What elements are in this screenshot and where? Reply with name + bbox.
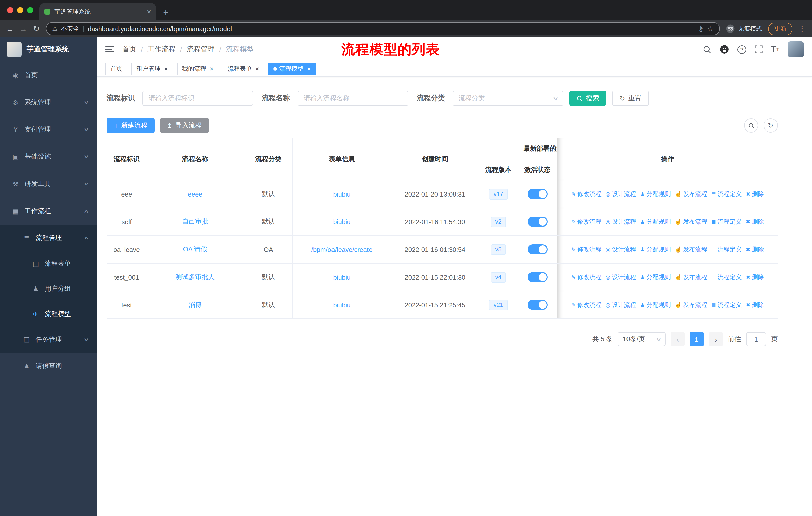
action-design-flow[interactable]: ◎设计流程 xyxy=(606,301,636,309)
action-delete[interactable]: ✖删除 xyxy=(746,273,764,281)
action-modify-flow[interactable]: ✎修改流程 xyxy=(571,190,601,198)
action-assign-rule[interactable]: ♟分配规则 xyxy=(640,301,671,309)
sidebar-item-home[interactable]: ◉首页 xyxy=(0,61,97,89)
form-info-link[interactable]: biubiu xyxy=(333,218,350,225)
action-assign-rule[interactable]: ♟分配规则 xyxy=(640,273,671,281)
category-select[interactable]: 流程分类∨ xyxy=(453,91,563,106)
tab-tag-home[interactable]: 首页 xyxy=(105,63,127,75)
model-name-input[interactable]: 请输入流程名称 xyxy=(297,91,408,106)
breadcrumb-item[interactable]: 工作流程 xyxy=(147,45,176,54)
action-assign-rule[interactable]: ♟分配规则 xyxy=(640,190,671,198)
sidebar-item-infrastructure[interactable]: ▣基础设施∨ xyxy=(0,143,97,170)
model-name-link[interactable]: 自己审批 xyxy=(182,218,208,225)
next-page-button[interactable]: › xyxy=(709,332,723,346)
collapse-sidebar-icon[interactable] xyxy=(105,46,114,52)
help-icon[interactable]: ? xyxy=(737,45,746,54)
model-name-link[interactable]: 测试多审批人 xyxy=(175,273,215,281)
fullscreen-icon[interactable] xyxy=(755,45,763,53)
sidebar-item-system-management[interactable]: ⚙系统管理∨ xyxy=(0,89,97,116)
close-icon[interactable]: × xyxy=(164,65,168,72)
sidebar-item-leave-query[interactable]: ♟请假查询 xyxy=(0,353,97,379)
active-toggle[interactable] xyxy=(527,300,547,310)
zoom-window-button[interactable] xyxy=(27,7,33,13)
action-publish-flow[interactable]: ☝发布流程 xyxy=(675,217,707,226)
import-flow-button[interactable]: ↥ 导入流程 xyxy=(160,118,209,133)
current-page-button[interactable]: 1 xyxy=(690,332,704,346)
form-info-link[interactable]: biubiu xyxy=(333,301,350,309)
close-icon[interactable]: × xyxy=(307,65,311,72)
model-id-input[interactable]: 请输入流程标识 xyxy=(142,91,253,106)
active-toggle[interactable] xyxy=(527,217,547,227)
action-publish-flow[interactable]: ☝发布流程 xyxy=(675,273,707,281)
tab-close-icon[interactable]: × xyxy=(147,7,151,16)
action-flow-definition[interactable]: ≣流程定义 xyxy=(711,217,742,226)
action-delete[interactable]: ✖删除 xyxy=(746,245,764,254)
form-info-link[interactable]: biubiu xyxy=(333,273,350,281)
action-assign-rule[interactable]: ♟分配规则 xyxy=(640,217,671,226)
tab-tag-tenant-management[interactable]: 租户管理× xyxy=(132,63,173,75)
active-toggle[interactable] xyxy=(527,189,547,199)
minimize-window-button[interactable] xyxy=(17,7,23,13)
model-name-link[interactable]: 滔博 xyxy=(188,301,202,308)
action-design-flow[interactable]: ◎设计流程 xyxy=(606,217,636,226)
sidebar-item-workflow[interactable]: ▦工作流程∧ xyxy=(0,197,97,225)
sidebar-item-process-form[interactable]: ▤流程表单 xyxy=(0,251,97,276)
form-info-link[interactable]: biubiu xyxy=(333,190,350,198)
new-tab-button[interactable]: + xyxy=(163,8,168,17)
reload-button[interactable]: ↻ xyxy=(33,24,39,33)
sidebar-item-task-management[interactable]: ❏任务管理∨ xyxy=(0,327,97,353)
update-browser-button[interactable]: 更新 xyxy=(768,22,792,35)
browser-tab[interactable]: 芋道管理系统 × xyxy=(39,3,156,20)
address-bar[interactable]: ⚠ 不安全 | dashboard.yudao.iocoder.cn/bpm/m… xyxy=(46,22,720,35)
action-delete[interactable]: ✖删除 xyxy=(746,301,764,309)
action-flow-definition[interactable]: ≣流程定义 xyxy=(711,245,742,254)
toggle-search-button[interactable] xyxy=(744,118,758,133)
sidebar-item-payment-management[interactable]: ¥支付管理∨ xyxy=(0,116,97,143)
action-modify-flow[interactable]: ✎修改流程 xyxy=(571,301,601,309)
form-info-link[interactable]: /bpm/oa/leave/create xyxy=(311,246,373,253)
reset-button[interactable]: ↻ 重置 xyxy=(612,91,649,106)
model-name-link[interactable]: eeee xyxy=(188,190,202,198)
back-button[interactable]: ← xyxy=(6,24,13,33)
close-icon[interactable]: × xyxy=(210,65,213,72)
active-toggle[interactable] xyxy=(527,272,547,282)
sidebar-item-user-group[interactable]: ♟用户分组 xyxy=(0,276,97,301)
tab-tag-flow-model[interactable]: 流程模型× xyxy=(268,63,316,75)
action-design-flow[interactable]: ◎设计流程 xyxy=(606,190,636,198)
create-flow-button[interactable]: + 新建流程 xyxy=(107,118,154,133)
user-avatar[interactable] xyxy=(788,41,804,57)
breadcrumb-item[interactable]: 首页 xyxy=(122,45,137,54)
action-assign-rule[interactable]: ♟分配规则 xyxy=(640,245,671,254)
active-toggle[interactable] xyxy=(527,244,547,254)
github-icon[interactable] xyxy=(720,45,729,54)
close-window-button[interactable] xyxy=(7,7,13,13)
browser-menu-icon[interactable]: ⋮ xyxy=(799,24,806,33)
action-design-flow[interactable]: ◎设计流程 xyxy=(606,273,636,281)
action-publish-flow[interactable]: ☝发布流程 xyxy=(675,301,707,309)
action-flow-definition[interactable]: ≣流程定义 xyxy=(711,273,742,281)
action-modify-flow[interactable]: ✎修改流程 xyxy=(571,217,601,226)
refresh-table-button[interactable]: ↻ xyxy=(764,118,778,133)
font-size-icon[interactable]: TT xyxy=(771,45,779,54)
forward-button[interactable]: → xyxy=(20,24,27,33)
tab-tag-my-flow[interactable]: 我的流程× xyxy=(177,63,219,75)
action-flow-definition[interactable]: ≣流程定义 xyxy=(711,301,742,309)
action-design-flow[interactable]: ◎设计流程 xyxy=(606,245,636,254)
breadcrumb-item[interactable]: 流程管理 xyxy=(187,45,215,54)
app-logo[interactable]: 芋道管理系统 xyxy=(0,37,97,61)
sidebar-item-process-management[interactable]: ≣流程管理∧ xyxy=(0,225,97,251)
bookmark-star-icon[interactable]: ☆ xyxy=(707,25,713,33)
tab-tag-flow-form[interactable]: 流程表单× xyxy=(223,63,264,75)
search-button[interactable]: 搜索 xyxy=(569,91,606,106)
goto-page-input[interactable]: 1 xyxy=(746,332,766,346)
action-publish-flow[interactable]: ☝发布流程 xyxy=(675,245,707,254)
close-icon[interactable]: × xyxy=(255,65,259,72)
sidebar-item-process-model[interactable]: ✈流程模型 xyxy=(0,301,97,327)
search-icon[interactable] xyxy=(703,45,711,54)
action-flow-definition[interactable]: ≣流程定义 xyxy=(711,190,742,198)
sidebar-item-dev-tools[interactable]: ⚒研发工具∨ xyxy=(0,170,97,197)
action-delete[interactable]: ✖删除 xyxy=(746,190,764,198)
action-publish-flow[interactable]: ☝发布流程 xyxy=(675,190,707,198)
action-modify-flow[interactable]: ✎修改流程 xyxy=(571,273,601,281)
password-key-icon[interactable]: ⚷ xyxy=(698,25,703,33)
